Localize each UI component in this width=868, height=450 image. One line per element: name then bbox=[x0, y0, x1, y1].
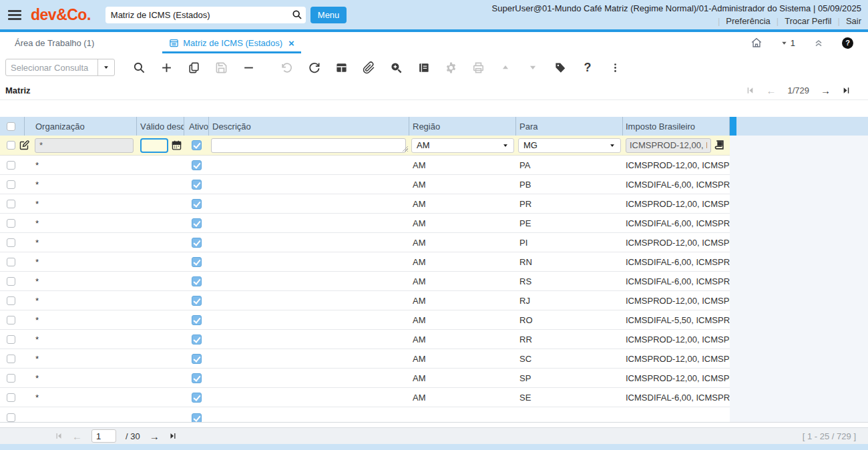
select-all-checkbox[interactable] bbox=[7, 122, 15, 131]
ativo-checkbox[interactable] bbox=[192, 354, 202, 364]
ativo-checkbox[interactable] bbox=[192, 413, 202, 423]
delete-record-button[interactable] bbox=[242, 61, 255, 74]
row-checkbox[interactable] bbox=[7, 316, 15, 324]
table-row[interactable]: * AM PA ICMSPROD-12,00, ICMSPRO... bbox=[0, 156, 730, 175]
cell-organizacao: * bbox=[25, 334, 137, 345]
copy-record-button[interactable] bbox=[187, 61, 200, 74]
table-row[interactable]: * AM SC ICMSPROD-12,00, ICMSPRO... bbox=[0, 349, 730, 369]
tag-button[interactable] bbox=[554, 61, 567, 74]
switch-profile-link[interactable]: Trocar Perfil bbox=[785, 17, 831, 25]
row-checkbox[interactable] bbox=[7, 277, 15, 286]
ativo-checkbox[interactable] bbox=[192, 315, 202, 325]
ativo-checkbox[interactable] bbox=[192, 238, 202, 248]
menu-button[interactable]: Menu bbox=[310, 7, 347, 23]
search-icon[interactable] bbox=[288, 9, 306, 20]
attachment-button[interactable] bbox=[362, 61, 375, 74]
ativo-checkbox[interactable] bbox=[192, 373, 202, 383]
move-down-button bbox=[526, 61, 539, 74]
add-record-button[interactable] bbox=[160, 61, 173, 74]
row-checkbox[interactable] bbox=[7, 296, 15, 305]
row-checkbox[interactable] bbox=[7, 161, 15, 170]
footer-last-page-button[interactable] bbox=[169, 432, 177, 440]
record-log-button[interactable] bbox=[417, 61, 430, 74]
home-icon[interactable] bbox=[750, 37, 763, 49]
more-options-button[interactable] bbox=[608, 61, 622, 74]
col-header-para[interactable]: Para bbox=[516, 117, 623, 136]
ativo-checkbox[interactable] bbox=[192, 334, 202, 345]
search-records-button[interactable] bbox=[132, 61, 146, 74]
logout-link[interactable]: Sair bbox=[846, 17, 861, 25]
ativo-checkbox[interactable] bbox=[192, 296, 202, 306]
col-header-ativo[interactable]: Ativo bbox=[184, 117, 209, 136]
query-select[interactable]: Selecionar Consulta bbox=[5, 59, 115, 76]
table-row[interactable]: * AM PB ICMSDIFAL-6,00, ICMSPROD... bbox=[0, 175, 730, 194]
table-row[interactable]: * AM PR ICMSPROD-12,00, ICMSPRO... bbox=[0, 194, 730, 214]
row-checkbox[interactable] bbox=[7, 413, 15, 422]
imposto-input[interactable] bbox=[626, 138, 711, 153]
table-row[interactable]: * AM SE ICMSDIFAL-6,00, ICMSPROD... bbox=[0, 388, 730, 407]
column-resize-handle[interactable] bbox=[730, 117, 736, 136]
tab-matriz-icms[interactable]: Matriz de ICMS (Estados) × bbox=[162, 32, 301, 53]
organizacao-input[interactable] bbox=[35, 138, 134, 153]
row-checkbox[interactable] bbox=[7, 180, 15, 189]
preferences-link[interactable]: Preferência bbox=[726, 17, 770, 25]
table-row[interactable]: * AM RN ICMSDIFAL-6,00, ICMSPROD... bbox=[0, 252, 730, 272]
ativo-checkbox[interactable] bbox=[192, 218, 202, 228]
record-pager: ← 1/729 → bbox=[746, 85, 868, 95]
select-all-cell bbox=[0, 117, 25, 136]
footer-next-page-button[interactable]: → bbox=[150, 431, 160, 441]
ativo-checkbox[interactable] bbox=[192, 180, 202, 190]
table-row[interactable]: * AM RO ICMSDIFAL-5,50, ICMSPROD... bbox=[0, 310, 730, 330]
col-header-regiao[interactable]: Região bbox=[409, 117, 516, 136]
ativo-checkbox[interactable] bbox=[192, 160, 202, 170]
para-select[interactable]: MG bbox=[518, 138, 621, 153]
row-checkbox[interactable] bbox=[7, 238, 15, 247]
row-checkbox[interactable] bbox=[7, 258, 15, 266]
refresh-button[interactable] bbox=[307, 61, 320, 74]
valido-desde-input[interactable] bbox=[140, 138, 168, 153]
ativo-checkbox[interactable] bbox=[192, 393, 202, 403]
next-record-button[interactable]: → bbox=[821, 85, 831, 95]
close-tab-icon[interactable]: × bbox=[288, 37, 294, 49]
table-row-partial[interactable] bbox=[0, 407, 730, 423]
col-header-descricao[interactable]: Descrição bbox=[209, 117, 409, 136]
undo-icon bbox=[280, 61, 293, 74]
calendar-icon[interactable] bbox=[171, 140, 182, 151]
col-header-imposto[interactable]: Imposto Brasileiro bbox=[623, 117, 730, 136]
tab-area-de-trabalho[interactable]: Área de Trabalho (1) bbox=[8, 32, 101, 53]
caret-down-icon bbox=[497, 142, 513, 149]
regiao-select[interactable]: AM bbox=[411, 138, 514, 153]
hamburger-menu-icon[interactable] bbox=[8, 10, 21, 20]
toolbar-help-button[interactable]: ? bbox=[581, 61, 594, 74]
row-checkbox[interactable] bbox=[7, 393, 15, 402]
row-checkbox[interactable] bbox=[7, 200, 15, 208]
ativo-checkbox[interactable] bbox=[192, 257, 202, 267]
grid-view-button[interactable] bbox=[335, 61, 348, 74]
zoom-record-button[interactable] bbox=[389, 61, 403, 74]
ativo-checkbox[interactable] bbox=[192, 199, 202, 209]
help-icon[interactable]: ? bbox=[842, 37, 853, 49]
row-checkbox[interactable] bbox=[7, 374, 15, 383]
table-row[interactable]: * AM RR ICMSPROD-12,00, ICMSPRO... bbox=[0, 330, 730, 349]
descricao-input[interactable] bbox=[211, 138, 406, 153]
col-header-valido-desde[interactable]: Válido desde bbox=[137, 117, 184, 136]
last-record-button[interactable] bbox=[842, 86, 851, 95]
table-row[interactable]: * AM PI ICMSPROD-12,00, ICMSPRO... bbox=[0, 233, 730, 252]
global-search-input[interactable] bbox=[105, 10, 288, 20]
table-row[interactable]: * AM SP ICMSPROD-12,00, ICMSPRO... bbox=[0, 369, 730, 388]
row-checkbox[interactable] bbox=[7, 141, 15, 150]
window-selector[interactable]: 1 bbox=[781, 38, 795, 48]
ativo-checkbox[interactable] bbox=[192, 276, 202, 286]
col-header-organizacao[interactable]: Organização bbox=[25, 117, 137, 136]
ativo-checkbox[interactable] bbox=[192, 140, 202, 150]
row-checkbox[interactable] bbox=[7, 219, 15, 228]
table-row[interactable]: * AM PE ICMSDIFAL-6,00, ICMSPROD... bbox=[0, 214, 730, 233]
resize-grip-icon[interactable] bbox=[402, 146, 408, 152]
footer-page-input[interactable] bbox=[91, 429, 116, 443]
table-row[interactable]: * AM RJ ICMSPROD-12,00, ICMSPRO... bbox=[0, 291, 730, 310]
book-icon[interactable] bbox=[714, 140, 725, 151]
collapse-icon[interactable] bbox=[813, 37, 824, 48]
row-checkbox[interactable] bbox=[7, 355, 15, 363]
row-checkbox[interactable] bbox=[7, 335, 15, 344]
table-row[interactable]: * AM RS ICMSDIFAL-6,00, ICMSPROD... bbox=[0, 272, 730, 291]
